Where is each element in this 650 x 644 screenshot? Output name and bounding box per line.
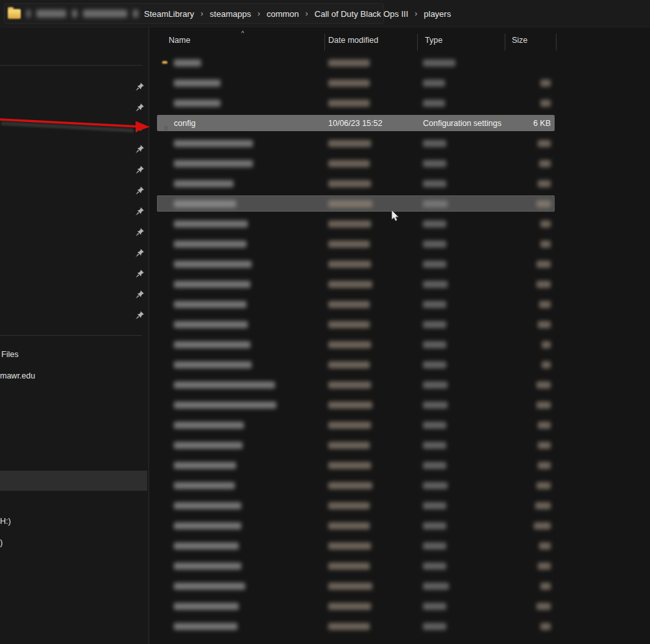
file-row[interactable] (157, 598, 555, 614)
breadcrumb-segment-redacted[interactable] (72, 10, 77, 18)
file-row[interactable] (157, 216, 555, 232)
file-row[interactable] (157, 95, 555, 111)
file-row[interactable] (157, 578, 555, 594)
file-size-redacted (538, 562, 551, 569)
file-row[interactable] (157, 497, 555, 514)
breadcrumb-segment-redacted[interactable] (133, 10, 138, 18)
file-name-redacted (174, 240, 247, 247)
file-row[interactable] (157, 477, 555, 493)
file-row[interactable] (157, 377, 555, 393)
file-size-redacted (538, 140, 551, 147)
file-size-redacted (536, 602, 551, 610)
breadcrumb-segment[interactable]: common (267, 9, 299, 19)
file-type-redacted (423, 180, 446, 187)
file-size-redacted (540, 582, 551, 589)
file-row[interactable] (157, 296, 555, 312)
file-date-redacted (328, 582, 372, 589)
file-size-redacted (540, 220, 551, 227)
file-date-redacted (328, 260, 371, 267)
file-date-redacted (328, 301, 370, 308)
file-row[interactable] (157, 356, 555, 373)
file-date-redacted (328, 381, 371, 388)
file-date-redacted (328, 602, 371, 610)
file-type-redacted (423, 59, 455, 66)
file-name-redacted (174, 482, 235, 489)
file-size-redacted (538, 462, 551, 469)
file-type-redacted (423, 341, 446, 348)
file-date-redacted (328, 623, 370, 630)
file-row[interactable] (157, 236, 555, 252)
file-row[interactable] (157, 558, 555, 574)
nav-item-files[interactable]: Files (1, 350, 18, 359)
pin-icon (135, 290, 145, 299)
file-row[interactable] (157, 135, 555, 151)
file-date-redacted (328, 482, 372, 489)
file-type-redacted (423, 623, 446, 630)
file-date-redacted (328, 522, 370, 529)
file-size-redacted (540, 79, 551, 86)
file-type-redacted (423, 522, 446, 529)
file-row[interactable] (157, 517, 555, 534)
file-name-redacted (174, 260, 252, 267)
nav-item-domain[interactable]: mawr.edu (0, 371, 35, 380)
nav-separator (0, 65, 142, 66)
file-row[interactable] (157, 618, 555, 634)
file-row-config[interactable]: config10/06/23 15:52Configuration settin… (157, 115, 555, 131)
breadcrumb-segment[interactable]: SteamLibrary (144, 9, 194, 19)
file-name-redacted (174, 301, 247, 308)
file-size-redacted (536, 200, 551, 207)
file-size-redacted (536, 280, 551, 288)
file-row[interactable] (157, 538, 555, 554)
file-type: Configuration settings (423, 119, 501, 128)
breadcrumb-segment[interactable]: steamapps (210, 9, 251, 19)
file-date-redacted (328, 502, 370, 509)
file-size-redacted (536, 260, 551, 267)
file-row[interactable] (157, 256, 555, 272)
file-date-redacted (328, 160, 370, 167)
file-name-redacted (174, 421, 244, 428)
file-name-redacted (174, 522, 241, 529)
file-name-redacted (174, 381, 275, 388)
pin-icon (135, 144, 145, 154)
file-size-redacted (538, 321, 551, 328)
file-type-redacted (423, 160, 446, 167)
file-row[interactable] (157, 155, 555, 171)
nav-item-highlight[interactable] (0, 471, 147, 491)
file-size-redacted (540, 99, 551, 106)
file-row[interactable] (157, 75, 555, 91)
pin-icon (135, 310, 145, 320)
file-row[interactable] (157, 397, 555, 413)
breadcrumb-segment-redacted[interactable] (36, 10, 66, 18)
nav-item-drive[interactable]: ) (0, 538, 3, 547)
breadcrumb-segment[interactable]: Call of Duty Black Ops III (315, 9, 409, 19)
file-name-redacted (174, 602, 239, 610)
file-name-redacted (174, 441, 243, 449)
pin-icon (135, 165, 145, 175)
file-row[interactable] (157, 437, 555, 453)
file-date-redacted (328, 462, 371, 469)
breadcrumb-segment-redacted[interactable] (27, 10, 30, 18)
file-row[interactable] (157, 276, 555, 292)
file-row[interactable] (157, 316, 555, 332)
file-type-redacted (423, 321, 446, 328)
file-name: config (174, 119, 195, 128)
file-date-redacted (328, 401, 372, 408)
breadcrumb-chevron-icon: › (257, 9, 261, 18)
nav-item-drive-h[interactable]: H:) (0, 517, 11, 526)
file-row[interactable] (157, 175, 555, 192)
file-row[interactable] (157, 457, 555, 473)
file-row[interactable] (157, 336, 555, 353)
file-row[interactable] (157, 55, 555, 71)
breadcrumb: SteamLibrary›steamapps›common›Call of Du… (8, 0, 451, 27)
breadcrumb-segment[interactable]: players (424, 9, 451, 19)
file-type-redacted (423, 361, 446, 368)
file-size-redacted (536, 381, 551, 388)
breadcrumb-segment-redacted[interactable] (83, 10, 127, 18)
file-date-redacted (328, 562, 370, 569)
file-name-redacted (174, 502, 241, 509)
file-row[interactable] (157, 195, 555, 212)
file-size-redacted (540, 623, 551, 630)
file-name-redacted (174, 220, 248, 227)
file-row[interactable] (157, 417, 555, 433)
file-type-redacted (423, 381, 448, 388)
